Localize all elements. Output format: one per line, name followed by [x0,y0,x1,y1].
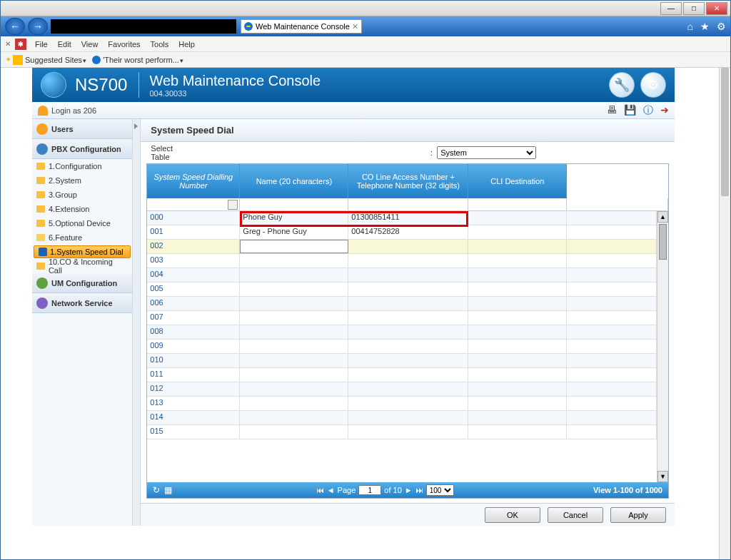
cell-telephone[interactable] [348,254,468,268]
cell-telephone[interactable] [348,397,468,410]
cell-name[interactable] [240,382,348,396]
setup-button[interactable]: ⚙ [640,72,666,98]
col-name[interactable]: Name (20 characters) [240,164,348,198]
cell-telephone[interactable] [348,425,468,439]
first-page-icon[interactable]: ⏮ [316,486,324,494]
filter-dial-number[interactable] [147,198,240,211]
cell-telephone[interactable] [348,268,468,282]
logout-icon[interactable]: ➜ [660,104,669,117]
cell-name[interactable]: Greg - Phone Guy [240,225,348,239]
table-row[interactable]: 005 [147,282,657,297]
sidebar-item-feature[interactable]: 6.Feature [32,230,132,245]
cell-telephone[interactable] [348,311,468,325]
cell-cli[interactable] [468,340,567,353]
cell-dial-number[interactable]: 003 [147,254,240,268]
page-scrollbar[interactable] [719,68,730,559]
scroll-down-icon[interactable]: ▼ [657,471,668,482]
cell-cli[interactable] [468,297,567,310]
back-button[interactable]: ← [5,18,25,35]
cell-telephone[interactable] [348,411,468,424]
sidebar-item-optional-device[interactable]: 5.Optional Device [32,216,132,230]
refresh-icon[interactable]: ↻ [153,485,160,495]
apply-button[interactable]: Apply [610,507,666,523]
cell-dial-number[interactable]: 015 [147,425,240,439]
cell-dial-number[interactable]: 001 [147,225,240,239]
menu-tools[interactable]: Tools [151,40,169,49]
cell-name[interactable] [240,268,348,282]
filter-telephone[interactable] [348,198,468,211]
cell-telephone[interactable]: 01300851411 [348,211,468,225]
cell-telephone[interactable] [348,354,468,367]
table-row[interactable]: 008 [147,325,657,340]
menu-edit[interactable]: Edit [58,40,71,49]
table-row[interactable]: 014 [147,411,657,425]
table-row[interactable]: 000Phone Guy01300851411 [147,211,657,225]
cell-telephone[interactable] [348,340,468,353]
sidebar-item-system-speed-dial[interactable]: 1.System Speed Dial [34,245,131,258]
sidebar-item-system[interactable]: 2.System [32,173,132,188]
cell-cli[interactable] [468,425,567,439]
filter-cli[interactable] [468,198,567,211]
menu-view[interactable]: View [81,40,99,49]
cell-cli[interactable] [468,397,567,410]
cell-dial-number[interactable]: 002 [147,240,240,253]
cell-name[interactable] [240,254,348,268]
sidebar-network[interactable]: Network Service [32,293,132,313]
cell-dial-number[interactable]: 007 [147,311,240,325]
cell-telephone[interactable]: 00414752828 [348,225,468,239]
cell-cli[interactable] [468,325,567,339]
table-row[interactable]: 001Greg - Phone Guy00414752828 [147,225,657,240]
table-row[interactable]: 003 [147,254,657,268]
print-icon[interactable]: 🖶 [607,104,617,117]
cell-dial-number[interactable]: 012 [147,382,240,396]
cell-cli[interactable] [468,254,567,268]
cell-name[interactable] [240,397,348,410]
cell-dial-number[interactable]: 009 [147,340,240,353]
cell-name[interactable] [240,240,348,253]
tab-close-icon[interactable]: ✕ [352,22,358,31]
addon-icon[interactable]: ✱ [15,39,26,50]
table-row[interactable]: 015 [147,425,657,439]
cell-dial-number[interactable]: 004 [147,268,240,282]
next-page-icon[interactable]: ► [405,486,413,494]
cell-name[interactable] [240,425,348,439]
cell-cli[interactable] [468,368,567,382]
add-favorite-icon[interactable]: ✦ [5,55,11,64]
col-telephone[interactable]: CO Line Access Number + Telephone Number… [348,164,468,198]
col-cli-destination[interactable]: CLI Destination [468,164,567,198]
cell-dial-number[interactable]: 010 [147,354,240,367]
table-row[interactable]: 013 [147,397,657,411]
sidebar-item-extension[interactable]: 4.Extension [32,202,132,216]
sidebar-users[interactable]: Users [32,119,132,139]
cell-dial-number[interactable]: 013 [147,397,240,410]
col-dialling-number[interactable]: System Speed Dialling Number [147,164,240,198]
cell-name[interactable] [240,340,348,353]
sidebar-um[interactable]: UM Configuration [32,273,132,293]
sidebar-pbx[interactable]: PBX Configuration [32,139,132,159]
last-page-icon[interactable]: ⏭ [415,486,423,494]
close-toolbar-icon[interactable]: ✕ [5,40,11,48]
worst-perform-link[interactable]: 'Their worst perform...▾ [103,56,183,64]
cell-telephone[interactable] [348,282,468,296]
cell-cli[interactable] [468,268,567,282]
cell-telephone[interactable] [348,368,468,382]
cell-cli[interactable] [468,225,567,239]
save-icon[interactable]: 💾 [624,104,636,117]
sidebar-collapse-handle[interactable] [133,119,141,526]
cell-cli[interactable] [468,282,567,296]
cell-name[interactable] [240,411,348,424]
tools-button[interactable]: 🔧 [609,72,635,98]
cell-telephone[interactable] [348,240,468,253]
maximize-button[interactable]: □ [683,2,705,15]
cancel-button[interactable]: Cancel [548,507,603,523]
table-row[interactable]: 011 [147,368,657,382]
settings-icon[interactable]: ⚙ [717,21,726,32]
cell-name[interactable] [240,368,348,382]
table-row[interactable]: 010 [147,354,657,368]
cell-dial-number[interactable]: 011 [147,368,240,382]
page-input[interactable] [358,485,381,495]
cell-telephone[interactable] [348,325,468,339]
cell-cli[interactable] [468,382,567,396]
table-row[interactable]: 007 [147,311,657,325]
columns-icon[interactable]: ▦ [164,485,172,495]
